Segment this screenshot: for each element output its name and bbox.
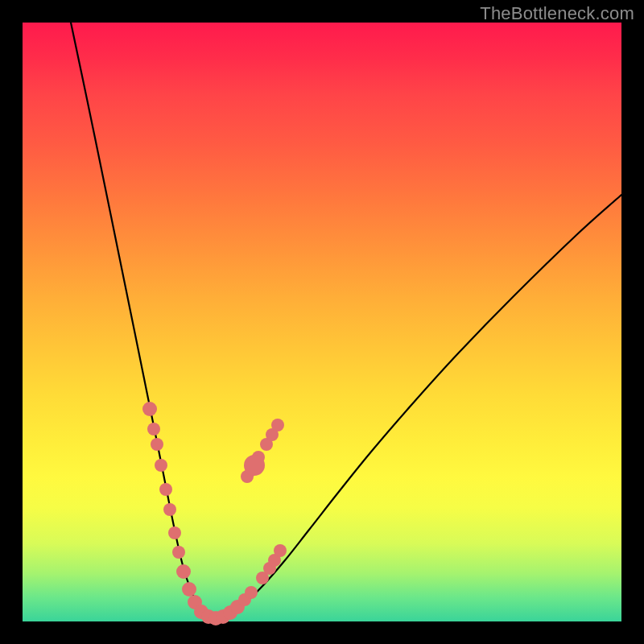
data-marker xyxy=(182,582,196,597)
data-marker xyxy=(168,526,181,539)
data-marker xyxy=(159,483,172,496)
data-marker xyxy=(147,423,160,436)
data-marker xyxy=(271,419,284,431)
data-marker xyxy=(274,544,287,557)
chart-frame: TheBottleneck.com xyxy=(0,0,644,644)
data-marker xyxy=(244,455,265,476)
data-marker xyxy=(155,459,167,472)
plot-area xyxy=(23,23,621,621)
data-marker xyxy=(245,586,258,599)
watermark-text: TheBottleneck.com xyxy=(480,3,634,24)
chart-svg xyxy=(23,23,621,621)
data-marker xyxy=(142,402,157,416)
data-marker xyxy=(163,503,176,516)
marker-layer xyxy=(142,402,287,625)
data-marker xyxy=(151,438,163,451)
data-marker xyxy=(176,564,191,579)
data-marker xyxy=(172,546,185,559)
bottleneck-curve xyxy=(71,23,621,618)
